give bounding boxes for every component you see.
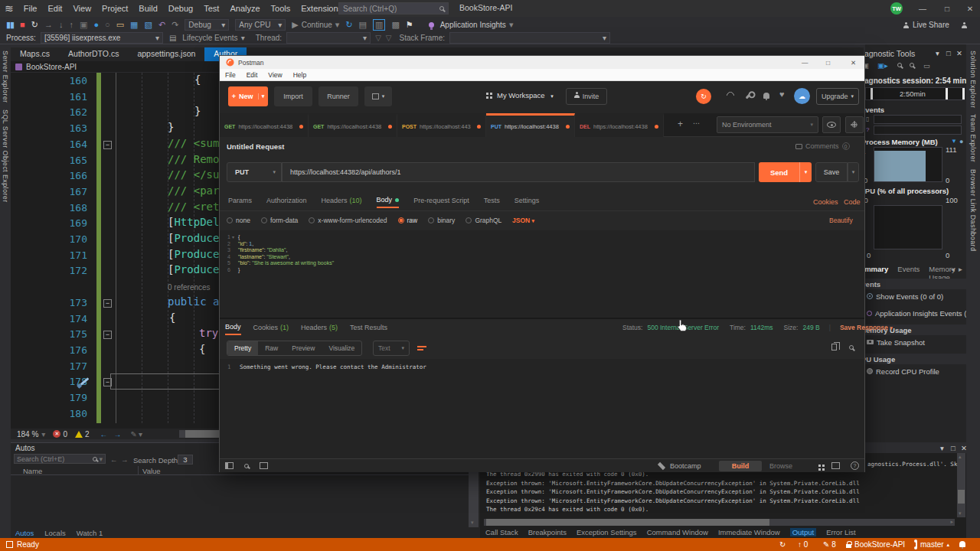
pin-icon[interactable]: □ [946,49,951,57]
autos-tab-locals[interactable]: Locals [44,529,65,537]
open-file-icon[interactable]: ▭ [116,20,124,30]
close-icon[interactable]: ✕ [961,444,967,452]
notifications-bell-icon[interactable] [763,93,769,99]
chevron-down-icon[interactable]: ▾ [940,444,944,452]
account-avatar[interactable]: TW [890,2,903,15]
method-dropdown[interactable]: PUT ▾ [227,162,282,182]
export-icon[interactable]: ▣▸ [877,61,888,70]
save-icon[interactable]: ▦ [130,20,138,30]
indent-icon[interactable]: ▥ [373,19,385,31]
send-options-icon[interactable]: ▾ [799,162,812,182]
close-icon[interactable]: ✕ [851,59,856,67]
new-window-button[interactable]: ▾ [364,86,392,106]
menu-test[interactable]: Test [204,4,219,13]
two-pane-icon[interactable] [818,465,821,467]
output-vertical-scrollbar[interactable]: ▴ ▾ [957,453,965,517]
body-mode-raw[interactable]: raw [398,217,418,224]
prev-icon[interactable]: ← [110,455,118,464]
lifecycle-dropdown[interactable]: Lifecycle Events [182,34,237,42]
close-icon[interactable]: ✕ [956,49,962,57]
next-icon[interactable]: → [121,455,129,464]
save-all-icon[interactable]: ▧ [145,20,152,30]
menu-debug[interactable]: Debug [168,4,193,13]
postman-menu-help[interactable]: Help [293,71,306,79]
summary-item[interactable]: Take Snapshot [865,337,966,347]
response-tab-headers[interactable]: Headers(5) [301,324,338,334]
continue-label[interactable]: Continue [302,21,332,29]
tab-body[interactable]: Body [377,196,400,208]
branch-button[interactable]: master ▴ [913,540,949,549]
new-button[interactable]: +New ▾ [228,86,268,106]
column-divider[interactable] [138,466,139,475]
view-pretty[interactable]: Pretty [227,341,258,355]
request-name[interactable]: Untitled Request [227,142,284,151]
zoom-level[interactable]: 184 % [17,430,38,439]
heart-icon[interactable]: ♥ [779,90,785,99]
editor-tab-maps-cs[interactable]: Maps.cs [11,47,59,61]
request-tab[interactable]: PUThttps://localhost:4438 [486,113,575,137]
copy-response-icon[interactable] [831,344,837,350]
step-over-icon[interactable]: → [44,20,53,29]
menu-extensions[interactable]: Extensions [301,4,342,13]
runner-button[interactable]: Runner [318,86,358,106]
browse-button[interactable]: Browse [769,462,792,470]
minimize-icon[interactable]: — [911,0,934,17]
undo-icon[interactable]: ↶ [158,20,165,30]
column-name[interactable]: Name [23,467,42,475]
attach-icon[interactable]: ▣ [80,20,87,30]
restart-icon[interactable]: ↻ [31,20,38,30]
autos-tab-watch-1[interactable]: Watch 1 [77,529,103,537]
chevron-down-icon[interactable]: ▾ [41,430,45,439]
fold-toggle-icon[interactable]: − [103,141,112,149]
pin-icon[interactable]: □ [951,444,956,452]
split-view-icon[interactable] [831,462,840,469]
timeline-marker[interactable] [962,88,965,99]
side-tab-browser-link-dashboard[interactable]: Browser Link Dashboard [969,169,977,251]
nav-forward-icon[interactable]: → [114,430,122,439]
request-tab[interactable]: DELhttps://localhost:4438 [575,113,664,137]
capture-icon[interactable] [725,90,736,101]
tab-headers[interactable]: Headers(10) [322,197,362,207]
live-share-button[interactable]: Live Share [903,21,949,29]
output-tab-command-window[interactable]: Command Window [647,528,708,536]
body-mode-form-data[interactable]: form-data [261,217,298,224]
request-tab[interactable]: GEThttps://localhost:4438 [309,113,397,137]
push-count[interactable]: ↑ 0 [798,540,808,549]
postman-menu-view[interactable]: View [268,71,282,79]
menu-tools[interactable]: Tools [271,4,291,13]
request-tab[interactable]: GEThttps://localhost:4438 [220,113,309,137]
menu-view[interactable]: View [73,4,91,13]
continue-icon[interactable]: ▶ [292,20,298,30]
side-tab-team-explorer[interactable]: Team Explorer [969,114,977,162]
tab-settings[interactable]: Settings [514,197,540,207]
cookies-link[interactable]: Cookies [813,198,838,206]
output-tab-breakpoints[interactable]: Breakpoints [528,528,567,536]
scroll-right-icon[interactable]: ▸ [950,519,953,525]
side-tab-server-explorer[interactable]: Server Explorer [2,51,9,103]
breakpoint-window-icon[interactable]: ▤ [359,20,367,30]
column-value[interactable]: Value [142,467,161,475]
hot-reload-icon[interactable]: ↻ [345,20,352,30]
menu-file[interactable]: File [24,4,38,13]
side-tab-sql-server-object-explorer[interactable]: SQL Server Object Explorer [2,109,9,203]
pause-icon[interactable]: ▮▮ [6,20,14,30]
environment-preview-button[interactable] [822,116,841,133]
process-dropdown[interactable]: [35596] iisexpress.exe ▾ [41,32,163,44]
scroll-down-icon[interactable]: ▾ [959,510,962,517]
postman-menu-edit[interactable]: Edit [247,71,258,79]
tab-pre-request-script[interactable]: Pre-request Script [413,197,469,207]
scroll-down-icon[interactable]: ▾ [471,520,474,526]
fold-toggle-icon[interactable]: − [103,299,112,308]
response-tab-cookies[interactable]: Cookies(1) [253,324,289,334]
scrollbar-thumb[interactable] [958,490,965,504]
tab-authorization[interactable]: Authorization [266,197,307,207]
zoom-in-icon[interactable] [897,63,902,67]
step-into-icon[interactable]: ↓ [59,20,64,29]
autos-tab-autos[interactable]: Autos [15,529,34,537]
filter-icon[interactable]: ▽ [375,34,381,42]
response-body[interactable]: 1 Something went wrong. Please contact t… [220,359,864,458]
vs-search-box[interactable]: Search (Ctrl+Q) [338,2,449,15]
import-button[interactable]: Import [274,86,312,106]
response-tab-body[interactable]: Body [225,323,241,335]
summary-item[interactable]: Record CPU Profile [865,366,966,377]
